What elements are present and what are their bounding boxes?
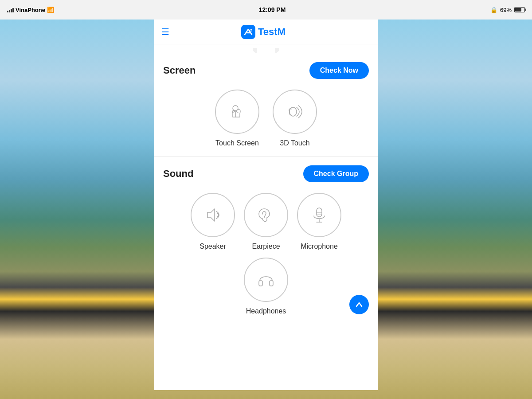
status-bar: VinaPhone 📶 12:09 PM 🔒 69%	[0, 0, 532, 20]
status-time: 12:09 PM	[259, 6, 286, 13]
check-now-button[interactable]: Check Now	[309, 62, 369, 79]
touch-screen-circle	[215, 90, 259, 134]
sound-row-2: Headphones	[163, 258, 369, 315]
sound-section-header: Sound Check Group	[163, 165, 369, 182]
3d-touch-circle	[273, 90, 317, 134]
speaker-label: Speaker	[200, 243, 226, 250]
notch-area	[154, 44, 378, 53]
signal-bars	[7, 7, 14, 12]
screen-section-header: Screen Check Now	[163, 62, 369, 79]
app-logo: TestM	[241, 25, 286, 39]
phone-frame: ☰ TestM Screen Check Now	[154, 20, 378, 390]
touch-screen-label: Touch Screen	[215, 139, 259, 147]
speaker-circle	[191, 193, 235, 237]
carrier-name: VinaPhone	[16, 7, 45, 13]
microphone-item[interactable]: Microphone	[297, 193, 341, 250]
scroll-up-button[interactable]	[349, 295, 369, 314]
main-content: Screen Check Now	[154, 53, 378, 390]
headphones-icon	[255, 269, 277, 290]
status-right: 🔒 69%	[490, 7, 525, 13]
menu-button[interactable]: ☰	[161, 27, 169, 37]
svg-rect-0	[241, 25, 255, 39]
microphone-circle	[297, 193, 341, 237]
3d-touch-label: 3D Touch	[280, 139, 309, 147]
touch-screen-item[interactable]: Touch Screen	[215, 90, 259, 147]
screen-icons-grid: Touch Screen 3D Touch	[163, 90, 369, 147]
logo-icon	[241, 25, 255, 39]
svg-marker-4	[207, 209, 215, 221]
earpiece-circle	[244, 193, 288, 237]
sound-section: Sound Check Group Speaker	[154, 156, 378, 325]
svg-rect-11	[270, 281, 273, 286]
battery-icon	[514, 7, 525, 12]
touch-screen-icon	[227, 101, 248, 122]
3d-touch-icon	[284, 101, 305, 122]
earpiece-label: Earpiece	[252, 243, 280, 250]
screen-section: Screen Check Now	[154, 53, 378, 156]
status-left: VinaPhone 📶	[7, 7, 54, 13]
app-title: TestM	[258, 26, 286, 38]
chevron-up-icon	[355, 300, 364, 309]
wifi-icon: 📶	[47, 7, 54, 13]
3d-touch-item[interactable]: 3D Touch	[273, 90, 317, 147]
notch-bump	[257, 48, 275, 53]
earpiece-item[interactable]: Earpiece	[244, 193, 288, 250]
app-navbar: ☰ TestM	[154, 20, 378, 44]
earpiece-icon	[255, 204, 277, 226]
speaker-item[interactable]: Speaker	[191, 193, 235, 250]
headphones-label: Headphones	[246, 307, 286, 315]
headphones-circle	[244, 258, 288, 302]
sound-row-1: Speaker Earpiece	[163, 193, 369, 250]
sound-section-title: Sound	[163, 168, 193, 180]
battery-fill	[515, 8, 521, 12]
screen-section-title: Screen	[163, 65, 196, 76]
lock-icon: 🔒	[490, 7, 497, 13]
microphone-icon	[309, 204, 330, 226]
battery-percent: 69%	[500, 7, 512, 13]
headphones-item[interactable]: Headphones	[244, 258, 288, 315]
check-group-button[interactable]: Check Group	[303, 165, 369, 182]
speaker-icon	[202, 204, 223, 226]
microphone-label: Microphone	[301, 243, 338, 250]
svg-rect-10	[259, 281, 262, 286]
